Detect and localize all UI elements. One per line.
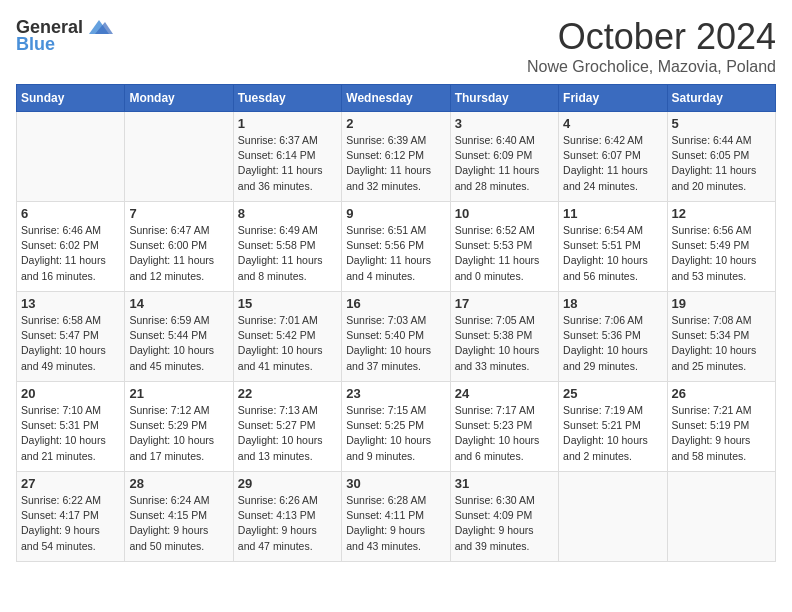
calendar-cell: 26Sunrise: 7:21 AM Sunset: 5:19 PM Dayli… — [667, 382, 775, 472]
calendar-cell: 28Sunrise: 6:24 AM Sunset: 4:15 PM Dayli… — [125, 472, 233, 562]
header-wednesday: Wednesday — [342, 85, 450, 112]
cell-date-number: 15 — [238, 296, 337, 311]
cell-date-number: 27 — [21, 476, 120, 491]
calendar-week-row: 20Sunrise: 7:10 AM Sunset: 5:31 PM Dayli… — [17, 382, 776, 472]
cell-info-text: Sunrise: 7:12 AM Sunset: 5:29 PM Dayligh… — [129, 403, 228, 464]
cell-date-number: 23 — [346, 386, 445, 401]
cell-info-text: Sunrise: 7:01 AM Sunset: 5:42 PM Dayligh… — [238, 313, 337, 374]
cell-info-text: Sunrise: 7:15 AM Sunset: 5:25 PM Dayligh… — [346, 403, 445, 464]
calendar-week-row: 27Sunrise: 6:22 AM Sunset: 4:17 PM Dayli… — [17, 472, 776, 562]
cell-info-text: Sunrise: 6:22 AM Sunset: 4:17 PM Dayligh… — [21, 493, 120, 554]
calendar-cell: 9Sunrise: 6:51 AM Sunset: 5:56 PM Daylig… — [342, 202, 450, 292]
logo: General Blue — [16, 16, 113, 55]
cell-date-number: 1 — [238, 116, 337, 131]
calendar-cell: 27Sunrise: 6:22 AM Sunset: 4:17 PM Dayli… — [17, 472, 125, 562]
header-saturday: Saturday — [667, 85, 775, 112]
cell-date-number: 31 — [455, 476, 554, 491]
cell-info-text: Sunrise: 7:03 AM Sunset: 5:40 PM Dayligh… — [346, 313, 445, 374]
cell-date-number: 8 — [238, 206, 337, 221]
cell-date-number: 18 — [563, 296, 662, 311]
calendar-cell: 24Sunrise: 7:17 AM Sunset: 5:23 PM Dayli… — [450, 382, 558, 472]
cell-info-text: Sunrise: 6:56 AM Sunset: 5:49 PM Dayligh… — [672, 223, 771, 284]
cell-info-text: Sunrise: 6:47 AM Sunset: 6:00 PM Dayligh… — [129, 223, 228, 284]
cell-date-number: 16 — [346, 296, 445, 311]
cell-info-text: Sunrise: 6:49 AM Sunset: 5:58 PM Dayligh… — [238, 223, 337, 284]
calendar-cell: 5Sunrise: 6:44 AM Sunset: 6:05 PM Daylig… — [667, 112, 775, 202]
cell-date-number: 29 — [238, 476, 337, 491]
cell-date-number: 9 — [346, 206, 445, 221]
calendar-cell: 2Sunrise: 6:39 AM Sunset: 6:12 PM Daylig… — [342, 112, 450, 202]
calendar-cell: 20Sunrise: 7:10 AM Sunset: 5:31 PM Dayli… — [17, 382, 125, 472]
cell-date-number: 3 — [455, 116, 554, 131]
calendar-cell: 16Sunrise: 7:03 AM Sunset: 5:40 PM Dayli… — [342, 292, 450, 382]
calendar-week-row: 6Sunrise: 6:46 AM Sunset: 6:02 PM Daylig… — [17, 202, 776, 292]
calendar-cell: 18Sunrise: 7:06 AM Sunset: 5:36 PM Dayli… — [559, 292, 667, 382]
calendar-cell — [125, 112, 233, 202]
cell-date-number: 13 — [21, 296, 120, 311]
cell-date-number: 21 — [129, 386, 228, 401]
calendar-cell: 21Sunrise: 7:12 AM Sunset: 5:29 PM Dayli… — [125, 382, 233, 472]
calendar-cell: 31Sunrise: 6:30 AM Sunset: 4:09 PM Dayli… — [450, 472, 558, 562]
cell-info-text: Sunrise: 6:52 AM Sunset: 5:53 PM Dayligh… — [455, 223, 554, 284]
cell-info-text: Sunrise: 6:46 AM Sunset: 6:02 PM Dayligh… — [21, 223, 120, 284]
cell-info-text: Sunrise: 7:17 AM Sunset: 5:23 PM Dayligh… — [455, 403, 554, 464]
calendar-cell: 13Sunrise: 6:58 AM Sunset: 5:47 PM Dayli… — [17, 292, 125, 382]
calendar-cell: 25Sunrise: 7:19 AM Sunset: 5:21 PM Dayli… — [559, 382, 667, 472]
calendar-cell: 1Sunrise: 6:37 AM Sunset: 6:14 PM Daylig… — [233, 112, 341, 202]
calendar-cell: 14Sunrise: 6:59 AM Sunset: 5:44 PM Dayli… — [125, 292, 233, 382]
calendar-cell: 17Sunrise: 7:05 AM Sunset: 5:38 PM Dayli… — [450, 292, 558, 382]
cell-date-number: 5 — [672, 116, 771, 131]
month-title: October 2024 — [527, 16, 776, 58]
cell-info-text: Sunrise: 6:44 AM Sunset: 6:05 PM Dayligh… — [672, 133, 771, 194]
cell-info-text: Sunrise: 6:39 AM Sunset: 6:12 PM Dayligh… — [346, 133, 445, 194]
location-title: Nowe Grocholice, Mazovia, Poland — [527, 58, 776, 76]
calendar-cell: 19Sunrise: 7:08 AM Sunset: 5:34 PM Dayli… — [667, 292, 775, 382]
cell-date-number: 2 — [346, 116, 445, 131]
page-header: General Blue October 2024 Nowe Grocholic… — [16, 16, 776, 76]
logo-blue-text: Blue — [16, 34, 55, 55]
cell-date-number: 4 — [563, 116, 662, 131]
calendar-cell: 23Sunrise: 7:15 AM Sunset: 5:25 PM Dayli… — [342, 382, 450, 472]
calendar-cell: 30Sunrise: 6:28 AM Sunset: 4:11 PM Dayli… — [342, 472, 450, 562]
calendar-header-row: Sunday Monday Tuesday Wednesday Thursday… — [17, 85, 776, 112]
calendar-cell: 6Sunrise: 6:46 AM Sunset: 6:02 PM Daylig… — [17, 202, 125, 292]
cell-info-text: Sunrise: 6:37 AM Sunset: 6:14 PM Dayligh… — [238, 133, 337, 194]
calendar-cell: 3Sunrise: 6:40 AM Sunset: 6:09 PM Daylig… — [450, 112, 558, 202]
header-sunday: Sunday — [17, 85, 125, 112]
calendar-table: Sunday Monday Tuesday Wednesday Thursday… — [16, 84, 776, 562]
cell-date-number: 20 — [21, 386, 120, 401]
cell-info-text: Sunrise: 7:08 AM Sunset: 5:34 PM Dayligh… — [672, 313, 771, 374]
cell-info-text: Sunrise: 6:40 AM Sunset: 6:09 PM Dayligh… — [455, 133, 554, 194]
cell-info-text: Sunrise: 7:19 AM Sunset: 5:21 PM Dayligh… — [563, 403, 662, 464]
logo-icon — [85, 16, 113, 38]
cell-info-text: Sunrise: 7:21 AM Sunset: 5:19 PM Dayligh… — [672, 403, 771, 464]
cell-info-text: Sunrise: 7:10 AM Sunset: 5:31 PM Dayligh… — [21, 403, 120, 464]
calendar-week-row: 13Sunrise: 6:58 AM Sunset: 5:47 PM Dayli… — [17, 292, 776, 382]
header-friday: Friday — [559, 85, 667, 112]
cell-date-number: 22 — [238, 386, 337, 401]
calendar-cell — [667, 472, 775, 562]
cell-info-text: Sunrise: 6:28 AM Sunset: 4:11 PM Dayligh… — [346, 493, 445, 554]
cell-info-text: Sunrise: 6:54 AM Sunset: 5:51 PM Dayligh… — [563, 223, 662, 284]
cell-date-number: 24 — [455, 386, 554, 401]
cell-date-number: 25 — [563, 386, 662, 401]
calendar-cell: 11Sunrise: 6:54 AM Sunset: 5:51 PM Dayli… — [559, 202, 667, 292]
calendar-cell: 22Sunrise: 7:13 AM Sunset: 5:27 PM Dayli… — [233, 382, 341, 472]
calendar-cell — [17, 112, 125, 202]
cell-info-text: Sunrise: 6:51 AM Sunset: 5:56 PM Dayligh… — [346, 223, 445, 284]
calendar-week-row: 1Sunrise: 6:37 AM Sunset: 6:14 PM Daylig… — [17, 112, 776, 202]
cell-date-number: 6 — [21, 206, 120, 221]
cell-date-number: 19 — [672, 296, 771, 311]
cell-info-text: Sunrise: 6:30 AM Sunset: 4:09 PM Dayligh… — [455, 493, 554, 554]
calendar-cell — [559, 472, 667, 562]
cell-date-number: 12 — [672, 206, 771, 221]
calendar-cell: 7Sunrise: 6:47 AM Sunset: 6:00 PM Daylig… — [125, 202, 233, 292]
calendar-cell: 4Sunrise: 6:42 AM Sunset: 6:07 PM Daylig… — [559, 112, 667, 202]
cell-date-number: 11 — [563, 206, 662, 221]
header-thursday: Thursday — [450, 85, 558, 112]
cell-info-text: Sunrise: 6:26 AM Sunset: 4:13 PM Dayligh… — [238, 493, 337, 554]
cell-info-text: Sunrise: 7:06 AM Sunset: 5:36 PM Dayligh… — [563, 313, 662, 374]
cell-info-text: Sunrise: 7:13 AM Sunset: 5:27 PM Dayligh… — [238, 403, 337, 464]
cell-info-text: Sunrise: 6:42 AM Sunset: 6:07 PM Dayligh… — [563, 133, 662, 194]
cell-info-text: Sunrise: 6:24 AM Sunset: 4:15 PM Dayligh… — [129, 493, 228, 554]
